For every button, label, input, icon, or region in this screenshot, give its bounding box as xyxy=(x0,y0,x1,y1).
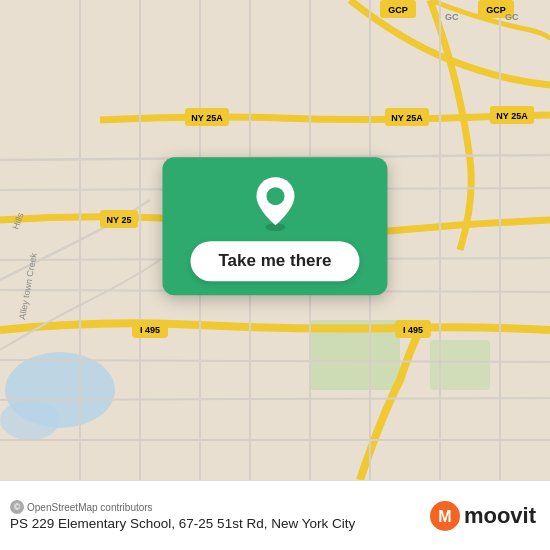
location-pin-icon xyxy=(251,175,299,231)
address-text: PS 229 Elementary School, 67-25 51st Rd,… xyxy=(10,516,355,531)
copyright-icon: © xyxy=(10,500,24,514)
attribution: © OpenStreetMap contributors xyxy=(10,500,355,514)
svg-text:GCP: GCP xyxy=(486,5,506,15)
svg-text:I 495: I 495 xyxy=(140,325,160,335)
moovit-text: moovit xyxy=(464,503,536,529)
svg-text:NY 25A: NY 25A xyxy=(191,113,223,123)
svg-point-2 xyxy=(0,400,60,440)
svg-text:GCP: GCP xyxy=(388,5,408,15)
footer: © OpenStreetMap contributors PS 229 Elem… xyxy=(0,480,550,550)
cta-overlay: Take me there xyxy=(162,157,387,295)
green-panel: Take me there xyxy=(162,157,387,295)
map-container: NY 25A NY 25A NY 25A NY 25 I 495 I 495 G… xyxy=(0,0,550,480)
svg-text:M: M xyxy=(438,508,451,525)
take-me-there-button[interactable]: Take me there xyxy=(190,241,359,281)
moovit-logo: M moovit xyxy=(429,500,536,532)
svg-text:NY 25A: NY 25A xyxy=(496,111,528,121)
attribution-text: OpenStreetMap contributors xyxy=(27,502,153,513)
svg-text:GC: GC xyxy=(505,12,519,22)
svg-text:I 495: I 495 xyxy=(403,325,423,335)
footer-left: © OpenStreetMap contributors PS 229 Elem… xyxy=(10,500,355,531)
moovit-icon: M xyxy=(429,500,461,532)
svg-point-41 xyxy=(266,187,284,205)
svg-text:NY 25: NY 25 xyxy=(107,215,132,225)
svg-text:NY 25A: NY 25A xyxy=(391,113,423,123)
svg-text:GC: GC xyxy=(445,12,459,22)
